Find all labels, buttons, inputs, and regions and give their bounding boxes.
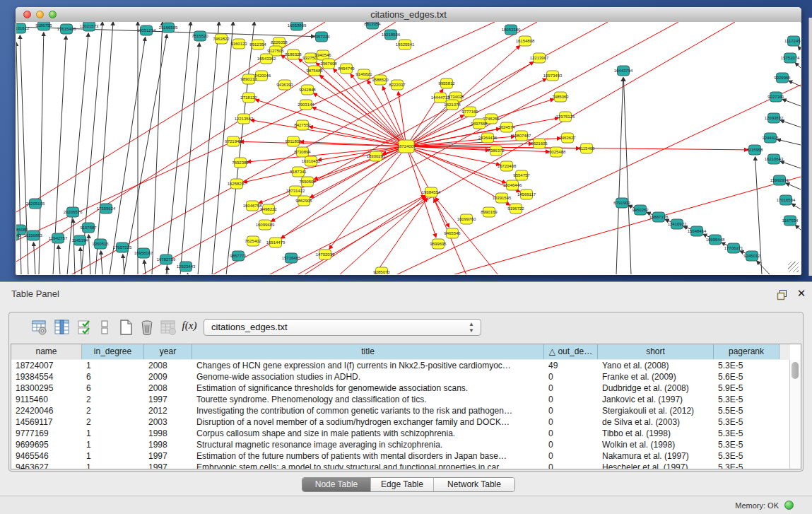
graph-node[interactable]: 9146821 [355, 69, 372, 79]
graph-node[interactable]: 9890212 [240, 74, 257, 84]
graph-node[interactable]: 16782759 [157, 255, 176, 264]
graph-node[interactable]: 25166505 [159, 23, 178, 33]
cell-pagerank[interactable]: 5.3E-5 [714, 439, 779, 450]
citation-edge-black[interactable] [795, 63, 801, 68]
graph-node[interactable]: 8730894 [294, 147, 311, 157]
citation-edge-black[interactable] [780, 161, 801, 168]
cell-pagerank[interactable]: 5.5E-5 [714, 405, 779, 416]
graph-node[interactable]: 17706371 [724, 243, 743, 253]
cell-out_de[interactable]: 0 [544, 371, 598, 382]
show-columns-button[interactable] [53, 318, 71, 337]
graph-node[interactable]: 12975125 [556, 112, 575, 122]
graph-node[interactable]: 16051234 [137, 25, 156, 35]
table-row[interactable]: 946554611997Estimation of the future num… [11, 450, 790, 462]
cell-out_de[interactable]: 0 [544, 416, 598, 428]
column-header-name[interactable]: name [11, 344, 82, 359]
network-table-selector[interactable]: citations_edges.txt ▲▼ [204, 319, 481, 336]
graph-node[interactable]: 16887338 [649, 212, 669, 222]
graph-node[interactable]: 16099760 [457, 214, 476, 224]
cell-title[interactable]: Corpus callosum shape and size in male p… [192, 428, 544, 439]
graph-node[interactable]: 6791903 [613, 198, 630, 208]
graph-node[interactable]: 10807487 [512, 131, 531, 141]
cell-out_de[interactable]: 0 [544, 382, 598, 394]
citation-edge-red[interactable] [339, 197, 426, 274]
graph-node[interactable]: 16914479 [266, 238, 286, 247]
graph-node[interactable]: 15751074 [781, 53, 800, 63]
close-panel-icon[interactable]: ✕ [796, 288, 807, 299]
graph-node[interactable]: 1350515 [92, 239, 109, 249]
graph-node[interactable]: 7590504 [299, 177, 316, 187]
cell-pagerank[interactable]: 5.3E-5 [714, 360, 779, 371]
cell-in_degree[interactable]: 1 [82, 450, 144, 462]
graph-node[interactable]: 9329966 [774, 73, 791, 83]
graph-node[interactable]: 12923443 [177, 262, 196, 271]
cell-title[interactable]: Embryonic stem cells: a model to study s… [192, 462, 544, 469]
cell-name[interactable]: 9777169 [11, 428, 82, 439]
graph-node[interactable]: 16958167 [134, 248, 153, 258]
cell-short[interactable]: Jankovic et al. (1997) [598, 394, 714, 405]
graph-node[interactable]: 7692385 [232, 158, 249, 168]
graph-node[interactable]: 1145194 [72, 235, 89, 245]
graph-node[interactable]: 8427552 [294, 120, 311, 130]
citation-edge-black[interactable] [212, 22, 233, 274]
graph-node[interactable]: 16046446 [503, 180, 522, 190]
graph-node[interactable]: 9777169 [461, 107, 478, 117]
cell-name[interactable]: 22420046 [11, 405, 82, 416]
cell-in_degree[interactable]: 2 [82, 416, 144, 428]
cell-in_degree[interactable]: 1 [82, 439, 144, 450]
citation-edge-black[interactable] [757, 261, 770, 274]
cell-out_de[interactable]: 49 [544, 360, 598, 371]
tab-network-table[interactable]: Network Table [434, 478, 514, 491]
graph-node[interactable]: 9245012 [743, 251, 760, 261]
graph-node[interactable]: 16154808 [516, 36, 535, 46]
graph-node[interactable]: 7463822 [213, 34, 230, 44]
cell-in_degree[interactable]: 1 [82, 428, 144, 439]
cell-name[interactable]: 19384554 [11, 371, 82, 382]
citation-edge-red[interactable] [310, 127, 406, 146]
graph-node[interactable]: 18724007 [397, 140, 416, 153]
citation-edge-black[interactable] [187, 274, 188, 274]
graph-node[interactable]: 11172456 [784, 36, 801, 46]
graph-node[interactable]: 26205105 [26, 199, 45, 209]
graph-node[interactable]: 9197587 [80, 223, 97, 233]
vertical-scrollbar[interactable] [789, 360, 801, 469]
create-table-button[interactable] [117, 318, 135, 337]
citation-edge-black[interactable] [198, 22, 219, 274]
scrollbar-thumb[interactable] [792, 362, 799, 379]
graph-node[interactable]: 7625402 [245, 236, 261, 246]
cell-year[interactable]: 1997 [144, 394, 192, 405]
citation-edge-black[interactable] [39, 33, 44, 274]
float-panel-icon[interactable] [777, 289, 789, 301]
citation-edge-red[interactable] [304, 196, 425, 274]
graph-node[interactable]: 12093832 [765, 113, 784, 123]
graph-node[interactable]: 16310452 [302, 156, 321, 166]
graph-node[interactable]: 20206576 [64, 207, 83, 217]
delete-table-button[interactable] [159, 318, 177, 337]
citation-edge-black[interactable] [792, 204, 801, 209]
citation-edge-black[interactable] [95, 22, 113, 274]
cell-short[interactable]: Dudbridge et al. (2008) [598, 382, 714, 394]
cell-name[interactable]: 9463627 [11, 462, 82, 469]
column-header-title[interactable]: title [192, 344, 544, 359]
graph-node[interactable]: 9311832 [286, 136, 302, 146]
cell-title[interactable]: Changes of HCN gene expression and I(f) … [192, 360, 544, 371]
validate-columns-button[interactable] [76, 318, 94, 337]
citation-edge-red[interactable] [297, 22, 735, 274]
cell-year[interactable]: 2008 [144, 360, 192, 371]
citation-edge-black[interactable] [789, 81, 801, 86]
citation-edge-black[interactable] [88, 235, 90, 274]
table-row[interactable]: 911546021997Tourette syndrome. Phenomeno… [11, 394, 790, 405]
cell-short[interactable]: Yano et al. (2008) [598, 360, 714, 371]
graph-node[interactable]: 9621605 [531, 139, 548, 148]
graph-node[interactable]: 12410922 [668, 219, 687, 229]
graph-node[interactable]: 9465546 [444, 228, 461, 238]
citation-edge-black[interactable] [81, 247, 82, 274]
graph-node[interactable]: 18053380 [502, 25, 521, 35]
graph-node[interactable]: 24364436 [478, 133, 498, 143]
graph-node[interactable]: 9227341 [767, 92, 784, 102]
graph-node[interactable]: 17615408 [57, 24, 76, 34]
graph-node[interactable]: 15716485 [282, 253, 301, 263]
graph-node[interactable]: 1167534 [782, 216, 799, 226]
table-settings-button[interactable] [30, 318, 49, 337]
cell-title[interactable]: Investigating the contribution of common… [192, 405, 544, 416]
